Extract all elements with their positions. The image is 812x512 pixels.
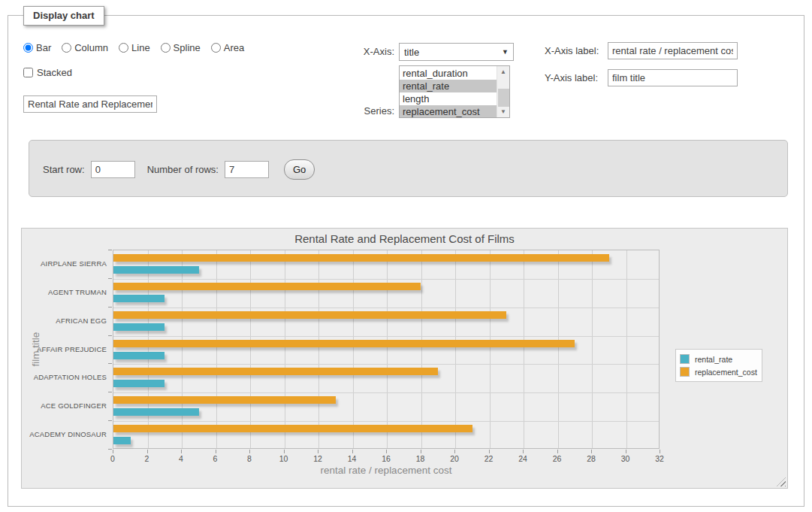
grid-line-horizontal: [113, 392, 659, 393]
chart-type-label: Bar: [36, 42, 51, 53]
resize-handle-icon[interactable]: [777, 477, 786, 486]
legend-swatch-replacement_cost: [680, 367, 690, 377]
num-rows-input[interactable]: [225, 161, 269, 178]
x-axis-tick: [284, 450, 285, 453]
chart-type-radio-line[interactable]: [119, 43, 128, 53]
x-axis-tick: [591, 450, 592, 453]
chart-bar-rental_rate: [113, 380, 165, 387]
legend-label: rental_rate: [695, 355, 732, 364]
category-label: AFFAIR PREJUDICE: [23, 345, 107, 353]
x-axis-select-label: X-Axis:: [339, 46, 394, 57]
chart-bar-rental_rate: [113, 266, 199, 274]
chart-type-option-column[interactable]: Column: [62, 42, 108, 53]
y-axis-label-field-label: Y-Axis label:: [545, 72, 598, 83]
grid-line-horizontal: [113, 336, 659, 337]
series-option-rental_duration[interactable]: rental_duration: [400, 67, 497, 80]
scrollbar[interactable]: ▲ ▼: [497, 66, 509, 117]
category-label: ACADEMY DINOSAUR: [23, 430, 107, 438]
x-axis-tick-label: 16: [375, 454, 397, 463]
y-axis-tick: [108, 363, 112, 364]
x-axis-tick-label: 4: [170, 454, 192, 463]
chart-type-radio-column[interactable]: [62, 43, 71, 53]
scroll-down-icon[interactable]: ▼: [497, 106, 509, 117]
x-axis-selected-value: title: [404, 47, 502, 58]
series-options: rental_durationrental_ratelengthreplacem…: [400, 66, 497, 117]
chart-title-input[interactable]: [23, 95, 157, 113]
chart-type-radio-area[interactable]: [211, 43, 221, 53]
scroll-up-icon[interactable]: ▲: [497, 66, 509, 77]
num-rows-label: Number of rows:: [147, 164, 219, 175]
grid-line-vertical: [490, 250, 491, 448]
grid-line-vertical: [558, 250, 559, 448]
series-option-replacement_cost[interactable]: replacement_cost: [400, 105, 497, 117]
y-axis-tick: [108, 335, 112, 336]
category-label: ACE GOLDFINGER: [23, 401, 107, 410]
grid-line-vertical: [353, 250, 354, 448]
legend-item: replacement_cost: [680, 365, 757, 378]
x-axis-tick-label: 6: [204, 454, 227, 463]
x-axis-tick-label: 12: [306, 454, 329, 463]
x-axis-tick-label: 2: [136, 454, 158, 463]
chart-bar-replacement_cost: [113, 425, 472, 432]
x-axis-tick: [421, 450, 421, 453]
grid-line-vertical: [285, 250, 285, 448]
legend-label: replacement_cost: [695, 368, 757, 377]
chart-bar-replacement_cost: [113, 311, 506, 319]
chart-bar-replacement_cost: [113, 368, 438, 375]
chart-bar-replacement_cost: [113, 340, 575, 347]
chart-type-label: Line: [131, 42, 150, 53]
y-axis-tick: [108, 307, 112, 308]
chart-bar-rental_rate: [113, 295, 165, 302]
x-axis-tick: [318, 450, 318, 453]
chart-type-label: Spline: [174, 42, 201, 53]
chart-type-radio-spline[interactable]: [161, 43, 171, 53]
x-axis-tick: [660, 450, 660, 453]
display-chart-fieldset: Display chart BarColumnLineSplineArea St…: [8, 15, 804, 507]
grid-line-vertical: [524, 250, 524, 448]
chevron-down-icon: ▼: [502, 48, 509, 56]
stacked-checkbox[interactable]: [23, 68, 33, 77]
x-axis-tick-label: 28: [580, 454, 602, 463]
series-select-label: Series:: [339, 105, 394, 117]
stacked-row: Stacked: [23, 67, 72, 78]
x-axis-tick-label: 10: [273, 454, 295, 463]
x-axis-tick-label: 14: [341, 454, 364, 463]
chart-type-radio-group: BarColumnLineSplineArea: [23, 42, 250, 53]
grid-line-vertical: [182, 250, 183, 448]
x-axis-tick: [216, 450, 216, 453]
series-option-length[interactable]: length: [400, 92, 497, 105]
x-axis-tick: [523, 450, 524, 453]
grid-line-vertical: [626, 250, 627, 448]
x-axis-select[interactable]: title ▼: [399, 43, 514, 61]
y-axis-tick: [108, 250, 112, 250]
start-row-label: Start row:: [43, 164, 85, 175]
x-axis-tick: [147, 450, 148, 453]
chart-type-option-area[interactable]: Area: [211, 42, 244, 53]
chart-type-label: Area: [224, 42, 244, 53]
go-button[interactable]: Go: [284, 159, 315, 180]
row-range-panel: Start row: Number of rows: Go: [29, 140, 788, 197]
series-option-rental_rate[interactable]: rental_rate: [400, 80, 497, 92]
chart-type-option-spline[interactable]: Spline: [161, 42, 201, 53]
x-axis-tick-label: 0: [101, 454, 124, 463]
category-label: AFRICAN EGG: [23, 317, 107, 325]
x-axis-tick-label: 24: [512, 454, 534, 463]
stacked-label: Stacked: [37, 67, 72, 78]
start-row-input[interactable]: [91, 161, 135, 178]
x-axis-tick: [249, 450, 250, 453]
chart-type-option-bar[interactable]: Bar: [23, 42, 51, 53]
x-axis-tick: [113, 450, 113, 453]
fieldset-legend: Display chart: [23, 6, 104, 26]
x-axis-tick: [352, 450, 353, 453]
y-axis-label-input[interactable]: [608, 69, 738, 86]
scrollbar-thumb[interactable]: [498, 89, 509, 107]
chart-type-radio-bar[interactable]: [23, 43, 33, 53]
grid-line-vertical: [455, 250, 456, 448]
chart-type-option-line[interactable]: Line: [119, 42, 150, 53]
chart-bar-replacement_cost: [113, 254, 609, 262]
series-multiselect[interactable]: rental_durationrental_ratelengthreplacem…: [399, 65, 510, 118]
x-axis-label-input[interactable]: [608, 42, 738, 59]
chart-bar-rental_rate: [113, 437, 131, 444]
y-axis-tick: [108, 392, 112, 392]
grid-line-vertical: [318, 250, 319, 448]
